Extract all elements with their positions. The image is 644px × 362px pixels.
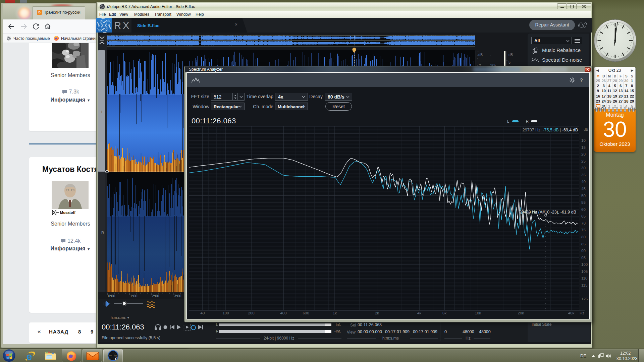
svg-text:65: 65	[581, 214, 586, 218]
svg-text:110: 110	[581, 276, 587, 280]
svg-text:400: 400	[280, 311, 286, 315]
svg-text:6k: 6k	[442, 311, 446, 315]
svg-text:40: 40	[581, 180, 586, 184]
svg-text:35: 35	[581, 173, 586, 177]
svg-text:90: 90	[581, 249, 586, 253]
svg-text:600: 600	[303, 311, 309, 315]
svg-text:95: 95	[581, 256, 586, 260]
svg-text:125: 125	[581, 297, 588, 301]
svg-text:dB: dB	[584, 127, 588, 131]
svg-text:10: 10	[581, 138, 586, 142]
svg-text:25: 25	[581, 159, 586, 163]
svg-text:45: 45	[581, 187, 586, 191]
svg-text:2k: 2k	[375, 311, 379, 315]
svg-text:105: 105	[581, 269, 588, 274]
svg-text:100: 100	[222, 311, 229, 315]
svg-text:1k: 1k	[333, 311, 337, 315]
svg-text:115: 115	[581, 283, 587, 287]
svg-text:40: 40	[201, 311, 205, 315]
svg-text:100: 100	[581, 262, 588, 266]
svg-text:55: 55	[581, 200, 586, 204]
svg-text:40k: 40k	[568, 311, 575, 315]
svg-text:50: 50	[581, 194, 586, 198]
svg-text:200: 200	[248, 311, 254, 315]
svg-text:7: 7	[114, 356, 117, 361]
svg-text:10k: 10k	[475, 311, 481, 315]
svg-text:85: 85	[581, 242, 586, 246]
svg-text:60: 60	[581, 207, 586, 212]
svg-text:Hz: Hz	[580, 311, 584, 315]
svg-text:20: 20	[581, 152, 586, 156]
svg-text:80: 80	[581, 235, 586, 239]
svg-text:30: 30	[581, 166, 586, 170]
svg-text:15: 15	[581, 145, 586, 149]
svg-text:20k: 20k	[518, 311, 524, 315]
svg-text:75: 75	[581, 228, 586, 232]
svg-text:4k: 4k	[417, 311, 421, 315]
svg-text:70: 70	[581, 221, 586, 225]
